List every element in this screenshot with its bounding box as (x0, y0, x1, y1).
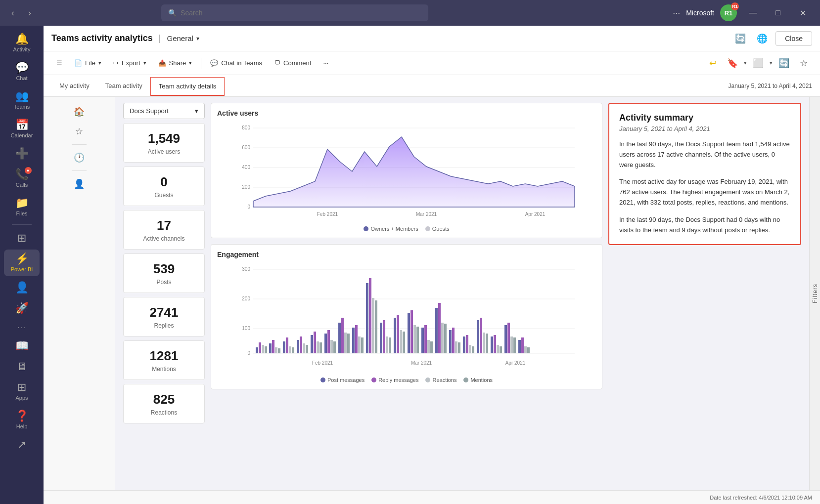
back-button[interactable]: ‹ (6, 6, 20, 20)
share-button[interactable]: 📤 Share ▾ (153, 56, 197, 70)
svg-text:800: 800 (242, 125, 250, 130)
filter-tab[interactable]: Filters (809, 97, 820, 490)
file-icon: 📄 (74, 59, 82, 67)
sidebar-item-book[interactable]: 📖 (4, 336, 40, 355)
undo-button[interactable]: ↩ (704, 55, 721, 72)
svg-rect-80 (458, 342, 460, 353)
sidebar-item-calendar[interactable]: 📅 Calendar (4, 116, 40, 142)
svg-rect-62 (397, 315, 399, 353)
app-subtitle[interactable]: General ▾ (167, 34, 199, 42)
engagement-chart-card: Engagement 300 200 100 0 (211, 244, 602, 389)
team-dropdown[interactable]: Docs Support ▾ (123, 103, 205, 119)
svg-rect-82 (466, 335, 468, 353)
stat-card-guests: 0 Guests (123, 167, 205, 206)
sidebar-label-help: Help (16, 423, 28, 429)
calendar-icon: 📅 (15, 120, 29, 130)
sidebar-item-more[interactable]: ··· (4, 320, 40, 335)
svg-rect-91 (497, 345, 499, 353)
svg-rect-41 (324, 334, 327, 353)
svg-text:0: 0 (247, 350, 250, 356)
bookmark-button[interactable]: 🔖 (724, 55, 741, 72)
calls-icon: 📞 ● (15, 169, 29, 180)
file-button[interactable]: 📄 File ▾ (69, 56, 106, 70)
legend-owners-members: Owners + Members (364, 226, 418, 232)
more-options-button[interactable]: ··· (673, 8, 680, 18)
sidebar-item-export[interactable]: ↗ (4, 435, 40, 454)
stat-card-posts: 539 Posts (123, 253, 205, 293)
rocket-icon: 🚀 (15, 303, 29, 314)
search-input[interactable] (181, 9, 421, 17)
refresh-header-button[interactable]: 🔄 (732, 30, 749, 47)
svg-rect-45 (338, 323, 341, 353)
svg-rect-99 (524, 346, 527, 353)
svg-rect-30 (286, 337, 288, 353)
comment-button[interactable]: 🗨 Comment (269, 56, 316, 70)
close-button[interactable]: Close (775, 31, 812, 46)
stat-value-active-channels: 17 (157, 218, 171, 233)
sidebar-item-add[interactable]: ➕ (4, 144, 40, 163)
stat-label-mentions: Mentions (152, 366, 176, 373)
search-bar[interactable]: 🔍 (161, 4, 428, 21)
legend-dot-owners (364, 226, 368, 231)
export-button[interactable]: ↦ Export ▾ (108, 56, 151, 70)
chat-icon: 💬 (15, 62, 29, 73)
report-star-icon[interactable]: ☆ (70, 123, 88, 140)
report-home-icon[interactable]: 🏠 (70, 103, 88, 121)
stat-value-reactions: 825 (153, 392, 175, 407)
svg-rect-65 (408, 313, 410, 353)
svg-text:Apr 2021: Apr 2021 (505, 360, 526, 366)
svg-rect-39 (317, 341, 319, 353)
summary-para-2: The most active day for usage was Februa… (619, 177, 790, 208)
sidebar-item-teams[interactable]: 👥 Teams (4, 87, 40, 114)
sidebar-item-apps[interactable]: ⊞ Apps (4, 378, 40, 405)
more-toolbar-button[interactable]: ··· (318, 56, 333, 70)
minimize-button[interactable]: — (742, 5, 765, 21)
sidebar-item-chat[interactable]: 💬 Chat (4, 58, 40, 85)
svg-rect-56 (375, 300, 377, 353)
report-content: Docs Support ▾ 1,549 Active users 0 Gues… (115, 97, 809, 490)
sidebar-item-rocket[interactable]: 🚀 (4, 299, 40, 318)
svg-rect-47 (344, 333, 347, 353)
svg-rect-59 (386, 336, 388, 353)
tab-my-activity[interactable]: My activity (51, 77, 97, 95)
svg-text:200: 200 (242, 296, 250, 301)
stat-value-guests: 0 (160, 174, 167, 190)
globe-button[interactable]: 🌐 (754, 30, 771, 47)
stat-card-reactions: 825 Reactions (123, 384, 205, 423)
avatar: R1 R1 (720, 4, 737, 21)
app-title: Teams activity analytics (51, 33, 153, 43)
sidebar-item-activity[interactable]: 🔔 Activity (4, 30, 40, 56)
window-close-button[interactable]: ✕ (791, 5, 814, 21)
comment-icon: 🗨 (274, 59, 280, 67)
sidebar-item-powerbi[interactable]: ⚡ Power BI (4, 250, 40, 276)
sidebar-item-calls[interactable]: 📞 ● Calls (4, 165, 40, 192)
sidebar-item-monitor[interactable]: 🖥 (4, 357, 40, 376)
sidebar-item-boards[interactable]: ⊞ (4, 229, 40, 248)
svg-rect-24 (265, 346, 267, 353)
svg-rect-46 (341, 318, 344, 353)
tab-team-activity-details[interactable]: Team activity details (150, 77, 225, 96)
report-person-icon[interactable]: 👤 (70, 175, 88, 193)
view-button[interactable]: ⬜ (750, 55, 767, 72)
sidebar-item-files[interactable]: 📁 Files (4, 194, 40, 220)
favorite-button[interactable]: ☆ (795, 55, 812, 72)
maximize-button[interactable]: □ (767, 5, 789, 21)
svg-rect-64 (403, 332, 405, 353)
svg-text:200: 200 (242, 184, 250, 190)
stat-card-active-channels: 17 Active channels (123, 210, 205, 250)
hamburger-button[interactable]: ☰ (51, 56, 67, 70)
tab-team-activity[interactable]: Team activity (97, 77, 150, 95)
files-icon: 📁 (15, 198, 29, 209)
sidebar-label-apps: Apps (15, 395, 28, 401)
svg-rect-28 (278, 348, 280, 353)
sidebar-item-person[interactable]: 👤 (4, 278, 40, 297)
org-name: Microsoft (686, 9, 714, 17)
svg-rect-58 (383, 320, 385, 353)
stat-value-replies: 2741 (150, 305, 179, 320)
refresh-toolbar-button[interactable]: 🔄 (775, 55, 792, 72)
chat-in-teams-button[interactable]: 💬 Chat in Teams (205, 56, 267, 70)
sidebar-item-help[interactable]: ❓ Help (4, 407, 40, 433)
forward-button[interactable]: › (23, 6, 37, 20)
add-icon: ➕ (15, 148, 29, 159)
report-clock-icon[interactable]: 🕐 (70, 149, 88, 167)
